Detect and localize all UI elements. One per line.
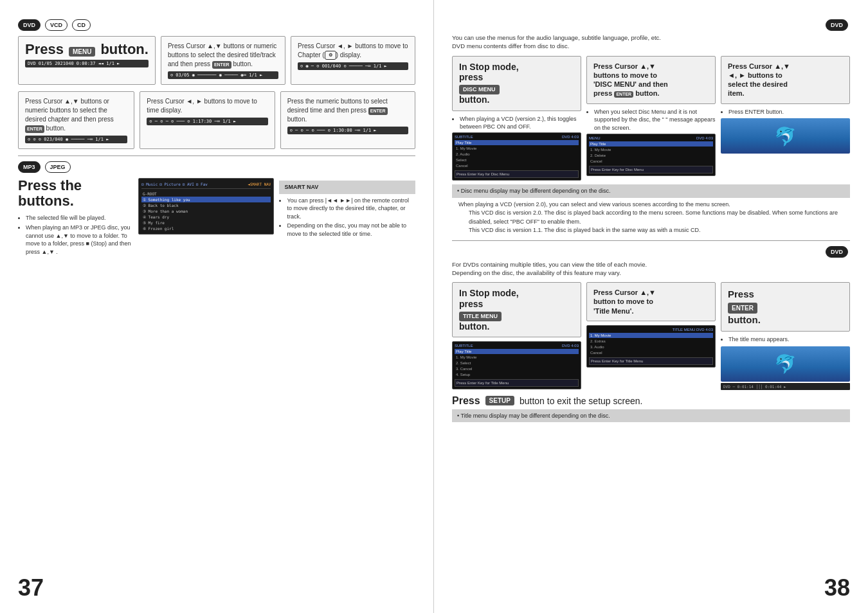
section-chapter-display: Press Cursor ◄, ► buttons to move to Cha… bbox=[291, 36, 415, 85]
button-label-1: button. bbox=[100, 42, 149, 57]
select-item-box: Press Cursor ▲,▼◄, ► buttons toselect th… bbox=[721, 56, 850, 104]
s-top-dvd: DVD 4:03 bbox=[562, 135, 579, 139]
disc-menu-note: • Disc menu display may be different dep… bbox=[452, 184, 850, 198]
ts2-item-2: 2. Extras bbox=[589, 339, 713, 344]
left-top-badges: DVD VCD CD bbox=[18, 19, 415, 31]
title-stop-mode-title: In Stop mode,pressTITLE MENUbutton. bbox=[459, 288, 574, 332]
vcd-note: When playing a VCD (version 2.0), you ca… bbox=[452, 200, 850, 235]
status-bar-6: ⊙ ─ ⊙ ─ ⊙ ─── ⊙ 1:30:00 ─═ 1/1 ► bbox=[287, 127, 408, 134]
bullet-2: When playing an MP3 or JPEG disc, you ca… bbox=[26, 224, 133, 256]
file-item-6: ⑥ Frozen girl bbox=[141, 226, 271, 231]
ts1-item-play: Play Title bbox=[455, 349, 579, 354]
ts2-title-bar: TITLE MENU DVD 4:03 bbox=[589, 328, 713, 332]
page-number-38: 38 bbox=[824, 574, 850, 601]
section4-text: Press Cursor ▲,▼ buttons or numeric butt… bbox=[25, 97, 127, 133]
col-disc-menu-nav: Press Cursor ▲,▼buttons to move to'DISC … bbox=[586, 56, 716, 181]
section-numeric-time: Press the numeric buttons to select desi… bbox=[280, 91, 415, 149]
section5-text: Press Cursor ◄, ► buttons to move to tim… bbox=[147, 97, 267, 115]
vcd-note-line3: This VCD disc is version 1.1. The disc i… bbox=[469, 226, 850, 235]
col-stop-mode: In Stop mode,pressDISC MENUbutton. When … bbox=[452, 56, 581, 181]
disc-menu-nav-box: Press Cursor ▲,▼buttons to move to'DISC … bbox=[586, 56, 716, 104]
player-bar: DVD ─ 0:01:14 │││ 0:01:44 ► bbox=[721, 383, 850, 390]
title-stop-mode-box: In Stop mode,pressTITLE MENUbutton. bbox=[452, 282, 581, 337]
dolphin-image-2 bbox=[721, 346, 850, 382]
file-item-2: ② Back to black bbox=[141, 202, 271, 208]
file-item-3: ③ More than a woman bbox=[141, 208, 271, 214]
disc-screen-1-top: SUBTITLE DVD 4:03 bbox=[455, 135, 579, 139]
select-item-bullets: Press ENTER button. bbox=[721, 108, 850, 116]
ts2-item-cancel: Cancel bbox=[589, 350, 713, 355]
smart-nav-label: ◄SMART NAV bbox=[248, 181, 271, 187]
select-bullet-1: Press ENTER button. bbox=[728, 108, 850, 116]
press-exit-label: Press bbox=[452, 395, 480, 407]
top-note: You can use the menus for the audio lang… bbox=[452, 33, 850, 51]
section2-text: Press Cursor ▲,▼ buttons or numeric butt… bbox=[168, 42, 278, 69]
select-item-title: Press Cursor ▲,▼◄, ► buttons toselect th… bbox=[728, 62, 843, 98]
ts1-label: SUBTITLE bbox=[455, 344, 473, 348]
s-item-2: 2. Audio bbox=[455, 152, 579, 157]
bottom-intro-2: Depending on the disc, the availability … bbox=[452, 269, 621, 276]
bullet-1: The selected file will be played. bbox=[26, 214, 133, 222]
folder-root: G-ROOT bbox=[141, 191, 271, 197]
badge-dvd: DVD bbox=[18, 19, 41, 31]
dolphin-image-1 bbox=[721, 118, 850, 154]
s-item-cancel: Cancel bbox=[455, 163, 579, 168]
ts2-msg: Press Enter Key for Title Menu bbox=[589, 357, 713, 365]
ts1-item-3: 3. Cancel bbox=[455, 366, 579, 371]
disc-menu-btn: ENTER bbox=[614, 91, 633, 97]
btn-enter-2: ENTER bbox=[212, 61, 231, 69]
status-bar-1: DVD 01/05 2021040 0:00:37 ◄◄ 1/1 ► bbox=[25, 60, 149, 67]
smart-nav-bullet-1: You can press |◄◄ ►►| on the remote cont… bbox=[287, 197, 415, 221]
s-item-play: Play Title bbox=[455, 140, 579, 145]
tb-music: ⊟ Music bbox=[141, 181, 158, 187]
top-note-line2: DVD menu contents differ from disc to di… bbox=[452, 42, 570, 49]
smart-nav-section: SMART NAV You can press |◄◄ ►►| on the r… bbox=[279, 178, 415, 257]
disc-menu-note-text: • Disc menu display may be different dep… bbox=[457, 188, 611, 194]
title-col2: Press Cursor ▲,▼button to move to'Title … bbox=[586, 282, 716, 390]
bottom-note: • Title menu display may be different de… bbox=[452, 409, 850, 423]
dvd-badge-bottom-row: DVD bbox=[452, 246, 850, 258]
title-press-btn: ENTER bbox=[728, 303, 757, 314]
btn-enter-4: ENTER bbox=[25, 125, 44, 133]
smart-nav-badge: SMART NAV bbox=[284, 184, 318, 190]
stop-mode-btn: DISC MENU bbox=[459, 85, 500, 94]
chapter-icon: ⚙ bbox=[325, 51, 336, 60]
s2-msg: Press Enter Key for Disc Menu bbox=[589, 166, 713, 173]
section6-text: Press the numeric buttons to select desi… bbox=[287, 97, 408, 124]
stop-bullet-1: When playing a VCD (version 2.), this to… bbox=[460, 115, 581, 131]
status-bar-4: ⊙ ⊙ ⊙ 023/040 ◉ ───── ─═ 1/1 ► bbox=[25, 136, 127, 143]
badge-mp3: MP3 bbox=[18, 161, 41, 173]
title-menu-nav-title: Press Cursor ▲,▼button to move to'Title … bbox=[593, 288, 709, 315]
smart-nav-badge-box: SMART NAV bbox=[279, 181, 415, 194]
title-col3: PressENTERbutton. The title menu appears… bbox=[721, 282, 850, 390]
tb-avi: ⊟ AVI bbox=[183, 181, 194, 187]
s-msg-1: Press Enter Key for Disc Menu bbox=[455, 170, 579, 178]
file-list-mock: ⊟ Music ⊟ Picture ⊟ AVI ⊟ Fav ◄SMART NAV… bbox=[138, 178, 275, 235]
title-press-box: PressENTERbutton. bbox=[721, 282, 850, 332]
smart-nav-bullet-2: Depending on the disc, you may not be ab… bbox=[287, 222, 415, 238]
s2-item-1: 1. My Movie bbox=[589, 147, 713, 152]
tb-picture: ⊟ Picture bbox=[159, 181, 181, 187]
press-exit-text: button to exit the setup screen. bbox=[520, 396, 642, 406]
status-bar-3: ⊙ ◉ ─ ⊙ 001/040 ⊙ ───── ─═ 1/1 ► bbox=[298, 62, 408, 70]
s-top-label: SUBTITLE bbox=[455, 135, 473, 139]
btn-enter-6: ENTER bbox=[368, 107, 388, 115]
badge-vcd: VCD bbox=[45, 19, 68, 31]
press-exit-btn: SETUP bbox=[485, 396, 514, 405]
left-page: DVD VCD CD Press MENU button. DVD 01/05 … bbox=[0, 0, 434, 613]
section3-text: Press Cursor ◄, ► buttons to move to Cha… bbox=[298, 42, 408, 60]
disc-menu-section: In Stop mode,pressDISC MENUbutton. When … bbox=[452, 56, 850, 181]
right-page: DVD You can use the menus for the audio … bbox=[434, 0, 868, 613]
bottom-intro: For DVDs containing multiple titles, you… bbox=[452, 260, 850, 278]
status-bar-5: ⊙ ─ ⊙ ─ ⊙ ─── ⊙ 1:17:30 ─═ 1/1 ► bbox=[147, 118, 267, 125]
row2: Press Cursor ▲,▼ buttons or numeric butt… bbox=[18, 91, 415, 149]
page-number-37: 37 bbox=[18, 574, 44, 601]
s2-dvd: DVD 4:03 bbox=[696, 136, 713, 140]
section-chapter-press: Press Cursor ▲,▼ buttons or numeric butt… bbox=[18, 91, 134, 149]
press-buttons-title: Press the buttons. bbox=[18, 178, 133, 209]
stop-mode-box: In Stop mode,pressDISC MENUbutton. bbox=[452, 56, 581, 111]
file-item-4: ④ Tears dry bbox=[141, 214, 271, 220]
s2-item-play: Play Title bbox=[589, 141, 713, 147]
section-cursor-select: Press Cursor ▲,▼ buttons or numeric butt… bbox=[161, 36, 285, 85]
title-menu-section: In Stop mode,pressTITLE MENUbutton. SUBT… bbox=[452, 282, 850, 390]
